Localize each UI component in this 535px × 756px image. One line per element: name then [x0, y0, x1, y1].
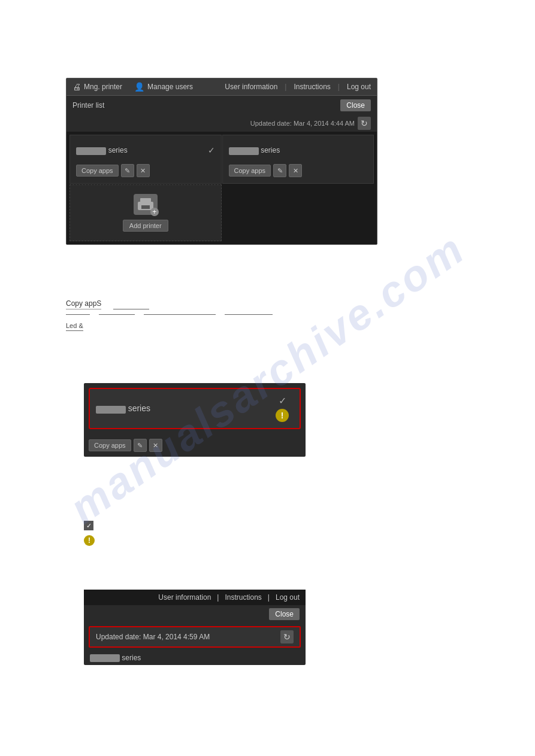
app-window: 🖨 Mng. printer 👤 Manage users User infor…	[66, 78, 377, 245]
bottom-refresh-button[interactable]: ↻	[280, 630, 294, 643]
edit-button-2[interactable]: ✎	[273, 164, 286, 177]
text-line-2	[66, 313, 461, 315]
printer-name-2: series	[229, 145, 280, 154]
printer-card-actions: Copy apps ✎ ✕	[84, 434, 306, 457]
svg-rect-1	[140, 198, 151, 203]
legend-item-check: ✓	[84, 521, 95, 530]
blank-2	[99, 313, 135, 315]
delete-button-2[interactable]: ✕	[289, 164, 302, 177]
add-printer-icon	[134, 194, 158, 215]
bottom-series: series	[84, 651, 306, 665]
copy-apps-button-2[interactable]: Copy apps	[229, 165, 271, 177]
blurred-name-card	[96, 406, 126, 414]
printer-list-window: 🖨 Mng. printer 👤 Manage users User infor…	[66, 78, 377, 245]
add-printer-button[interactable]: Add printer	[123, 220, 168, 232]
copy-apps-button-1[interactable]: Copy apps	[76, 165, 119, 177]
add-printer-cell: Add printer	[69, 184, 222, 241]
printer-name-row-2: series	[229, 141, 368, 159]
printer-list-bar: Printer list Close	[67, 96, 377, 115]
card-inner-row: series ✓ !	[96, 395, 294, 422]
printer-card-icons: ✓ !	[276, 395, 289, 422]
user-information-link[interactable]: User information	[225, 83, 277, 91]
bottom-close-button[interactable]: Close	[269, 608, 300, 620]
bottom-updated-date: Updated date: Mar 4, 2014 4:59 AM	[96, 633, 210, 641]
legend-warning-icon: !	[84, 535, 95, 546]
manage-users-nav[interactable]: 👤 Manage users	[134, 82, 193, 92]
printer-cell-2: series Copy apps ✎ ✕	[222, 135, 374, 184]
app-header: 🖨 Mng. printer 👤 Manage users User infor…	[67, 78, 377, 96]
manage-users-label: Manage users	[147, 83, 193, 91]
mng-printer-label: Mng. printer	[84, 83, 122, 91]
divider1: |	[285, 83, 286, 91]
bottom-log-out-link[interactable]: Log out	[276, 593, 300, 602]
printer-name-row-1: series ✓	[76, 141, 215, 159]
divider2: |	[338, 83, 340, 91]
blurred-name-bottom	[90, 654, 120, 662]
log-out-link[interactable]: Log out	[347, 83, 371, 91]
check-mark-icon: ✓	[279, 395, 286, 406]
series-label-1: series	[108, 146, 128, 154]
bottom-window-section: User information | Instructions | Log ou…	[84, 590, 306, 665]
printer-card-inner: series ✓ !	[89, 388, 301, 429]
printer-card-section: series ✓ ! Copy apps ✎ ✕	[84, 383, 306, 457]
bottom-instructions-link[interactable]: Instructions	[225, 593, 261, 602]
bottom-user-information-link[interactable]: User information	[158, 593, 211, 602]
legend-check-icon: ✓	[84, 521, 93, 530]
header-right: User information | Instructions | Log ou…	[225, 83, 371, 91]
bottom-update-bar: Updated date: Mar 4, 2014 4:59 AM ↻	[89, 626, 301, 648]
svg-rect-2	[141, 205, 150, 209]
printer-card-name-row: series	[96, 403, 150, 413]
printer-card-name: series	[128, 403, 150, 413]
edit-button-1[interactable]: ✎	[121, 164, 134, 177]
blank-text-1	[113, 299, 149, 309]
delete-button-card[interactable]: ✕	[149, 439, 162, 452]
printer-cell-1: series ✓ Copy apps ✎ ✕	[69, 135, 222, 184]
close-button[interactable]: Close	[340, 99, 371, 111]
bottom-close-bar: Close	[84, 605, 306, 623]
refresh-button[interactable]: ↻	[358, 117, 371, 130]
mng-printer-nav[interactable]: 🖨 Mng. printer	[72, 82, 122, 92]
printer-nav-icon: 🖨	[72, 82, 81, 92]
series-label-2: series	[261, 146, 280, 154]
blank-3	[144, 313, 216, 315]
printers-grid: series ✓ Copy apps ✎ ✕ series	[67, 132, 377, 244]
printer-card-outer: series ✓ ! Copy apps ✎ ✕	[84, 383, 306, 457]
edit-button-card[interactable]: ✎	[134, 439, 147, 452]
copy-apps-text: Copy appS	[66, 299, 101, 309]
blank-4	[225, 313, 273, 315]
blurred-name-1	[76, 147, 106, 155]
printer-actions-2: Copy apps ✎ ✕	[229, 164, 368, 177]
copy-apps-button-card[interactable]: Copy apps	[89, 439, 131, 451]
text-line-1: Copy appS	[66, 299, 461, 309]
watermark-text: manualsarchive.com	[61, 223, 474, 533]
separator2: |	[268, 593, 270, 602]
users-nav-icon: 👤	[134, 82, 144, 92]
text-line-3: Led &	[66, 321, 461, 330]
bottom-series-label: series	[122, 654, 141, 662]
legend-item-warning: !	[84, 535, 95, 546]
printer-name-1: series	[76, 145, 128, 154]
updated-date: Updated date: Mar 4, 2014 4:44 AM	[250, 120, 355, 127]
header-left: 🖨 Mng. printer 👤 Manage users	[72, 82, 193, 92]
blank-1	[66, 313, 90, 315]
led-text: Led &	[66, 322, 83, 331]
printer-list-title: Printer list	[72, 101, 104, 110]
printer-actions-1: Copy apps ✎ ✕	[76, 164, 215, 177]
warning-icon: !	[276, 409, 289, 422]
bottom-window: User information | Instructions | Log ou…	[84, 590, 306, 665]
separator1: |	[217, 593, 219, 602]
blurred-name-2	[229, 147, 259, 155]
bottom-header: User information | Instructions | Log ou…	[84, 590, 306, 605]
legend-section: ✓ !	[84, 521, 95, 551]
instructions-link[interactable]: Instructions	[294, 83, 330, 91]
delete-button-1[interactable]: ✕	[137, 164, 150, 177]
text-lines-section: Copy appS Led &	[66, 299, 461, 330]
check-icon-1: ✓	[208, 145, 215, 155]
update-bar: Updated date: Mar 4, 2014 4:44 AM ↻	[67, 115, 377, 132]
